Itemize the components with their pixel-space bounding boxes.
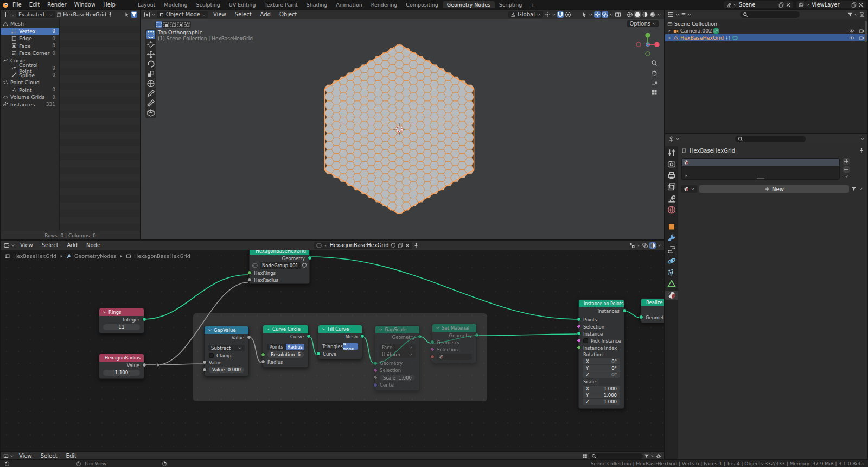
operation-dropdown[interactable]: Subtract <box>208 345 245 351</box>
node-menu-select[interactable]: Select <box>38 242 62 248</box>
display-mode-icon[interactable] <box>681 12 686 17</box>
fake-user-icon[interactable] <box>391 243 396 248</box>
domain-dropdown[interactable]: Face <box>379 344 416 351</box>
tree-row-point[interactable]: Point0 <box>1 86 59 94</box>
workspace-tab-sculpting[interactable]: Sculpting <box>192 1 224 8</box>
slot-specials-icon[interactable] <box>844 174 848 179</box>
viewlayer-selector[interactable]: ViewLayer <box>796 1 866 8</box>
hide-viewport-icon[interactable] <box>849 35 854 41</box>
instances-output-socket[interactable] <box>622 308 627 313</box>
node-header[interactable]: Rings <box>99 308 144 316</box>
unlink-scene-icon[interactable] <box>786 2 791 8</box>
hexradius-input-socket[interactable] <box>247 277 252 282</box>
clamp-row[interactable]: Clamp <box>205 352 248 359</box>
node-realize-instances[interactable]: Realize Instances Geometry <box>641 298 664 323</box>
node-header[interactable]: GapValue <box>205 326 248 334</box>
row-filter-icon[interactable] <box>131 11 137 18</box>
node-header[interactable]: HexagonBaseHexGrid <box>250 250 309 255</box>
node-header[interactable]: Fill Curve <box>318 325 362 333</box>
group-datablock-field[interactable]: NodeGroup.001 <box>260 262 301 269</box>
node-header[interactable]: Realize Instances <box>641 299 664 306</box>
menu-edit[interactable]: Edit <box>25 2 43 8</box>
material-field[interactable] <box>437 354 472 360</box>
tool-measure-icon[interactable] <box>146 99 155 108</box>
workspace-tab-scripting[interactable]: Scripting <box>495 1 526 8</box>
node-header[interactable]: Curve Circle <box>263 325 308 333</box>
editor-type-icon[interactable] <box>3 453 9 459</box>
tree-row-spline[interactable]: Spline0 <box>1 72 59 79</box>
node-curve-circle[interactable]: Curve Circle Curve Points Radius Resolut… <box>263 325 309 368</box>
outliner-row-hexbasehexgrid[interactable]: HexBaseHexGrid <box>665 34 867 41</box>
zoom-icon[interactable] <box>651 60 658 66</box>
node-gap-value[interactable]: GapValue Value Subtract Clamp Value Valu… <box>204 326 249 376</box>
add-slot-icon[interactable] <box>843 158 850 165</box>
menu-help[interactable]: Help <box>99 2 119 8</box>
browse-material-dropdown[interactable] <box>681 185 697 193</box>
outliner-row-camera[interactable]: Camera.002 <box>665 27 867 34</box>
pin-icon[interactable] <box>107 12 113 17</box>
workspace-tab-animation[interactable]: Animation <box>331 1 366 8</box>
workspace-tab-uv-editing[interactable]: UV Editing <box>225 1 260 8</box>
tab-object-data[interactable] <box>665 279 678 288</box>
scale-field[interactable]: Scale1.000 <box>380 375 415 381</box>
geometry-output-socket[interactable] <box>418 335 422 339</box>
bottom-search[interactable] <box>589 453 643 459</box>
workspace-tab-texture-paint[interactable]: Texture Paint <box>260 1 302 8</box>
scale-x-field[interactable]: X1.000 <box>583 386 620 392</box>
toggle-ortho-icon[interactable] <box>651 89 658 96</box>
outliner-search[interactable] <box>740 11 800 18</box>
node-overlays-icon[interactable] <box>642 242 648 249</box>
tree-row-vertex[interactable]: Vertex0 <box>1 28 59 35</box>
workspace-tab-geometry-nodes[interactable]: Geometry Nodes <box>443 1 495 8</box>
tree-row-control-point[interactable]: Control Point0 <box>1 64 59 72</box>
tree-row-point-cloud[interactable]: Point Cloud <box>1 79 59 86</box>
tree-row-edge[interactable]: Edge0 <box>1 35 59 42</box>
properties-search[interactable] <box>735 136 806 142</box>
workspace-tab-modeling[interactable]: Modeling <box>159 1 192 8</box>
expand-icon[interactable] <box>684 174 688 178</box>
node-menu-add[interactable]: Add <box>63 242 81 248</box>
ngons-mode-button[interactable]: N-gons <box>343 343 358 350</box>
menu-render[interactable]: Render <box>43 2 71 8</box>
filter-icon[interactable] <box>847 12 853 17</box>
tool-add-cube-icon[interactable] <box>146 109 155 117</box>
tree-row-instances[interactable]: Instances331 <box>1 101 59 109</box>
bottom-menu-select[interactable]: Select <box>37 453 61 459</box>
menu-file[interactable]: File <box>9 2 25 8</box>
resize-grip[interactable] <box>757 176 764 179</box>
outliner-row-scene-collection[interactable]: Scene Collection <box>665 20 867 27</box>
mesh-output-socket[interactable] <box>360 334 365 338</box>
hide-viewport-icon[interactable] <box>849 28 854 34</box>
node-instance-on-points[interactable]: Instance on Points Instances Points Sele… <box>578 299 624 409</box>
tab-world[interactable] <box>665 205 678 214</box>
curve-output-socket[interactable] <box>307 334 311 338</box>
filter-icon[interactable] <box>644 453 649 459</box>
tab-physics[interactable] <box>665 256 678 266</box>
new-viewlayer-icon[interactable] <box>851 2 857 8</box>
node-snap-icon[interactable] <box>629 242 635 249</box>
tool-rotate-icon[interactable] <box>146 60 155 68</box>
hexagon-grid-object[interactable] <box>141 10 665 241</box>
selection-filter-icon[interactable] <box>124 12 130 17</box>
instance-input-socket[interactable] <box>577 331 581 336</box>
center-input-socket[interactable] <box>373 383 378 387</box>
geometry-input-socket[interactable] <box>639 315 643 319</box>
node-header[interactable]: Set Material <box>432 324 476 332</box>
scene-selector[interactable]: Scene <box>724 1 793 8</box>
tree-row-face-corner[interactable]: Face Corner0 <box>1 49 59 57</box>
fake-user-icon[interactable] <box>302 263 307 268</box>
tree-row-mesh[interactable]: Mesh <box>1 20 59 28</box>
node-header[interactable]: GapScale <box>375 326 419 333</box>
tab-constraints[interactable] <box>665 245 678 254</box>
node-group-hexagon[interactable]: HexagonBaseHexGrid Geometry NodeGroup.00… <box>249 250 310 284</box>
tab-output[interactable] <box>665 171 678 180</box>
node-editor-canvas[interactable]: HexBaseHexGrid GeometryNodes HexagonBase… <box>1 250 664 451</box>
editor-type-icon[interactable] <box>668 11 674 18</box>
node-rings[interactable]: Rings Integer 11 <box>99 308 144 333</box>
node-gap-scale[interactable]: GapScale Geometry Face Uniform Geometry … <box>375 325 420 391</box>
material-slot-row[interactable] <box>682 159 839 166</box>
tab-view-layer[interactable] <box>665 182 678 192</box>
evaluated-dropdown[interactable]: Evaluated <box>16 11 55 18</box>
radius-input-socket[interactable] <box>261 359 265 364</box>
chevron-down-icon[interactable] <box>860 137 865 141</box>
